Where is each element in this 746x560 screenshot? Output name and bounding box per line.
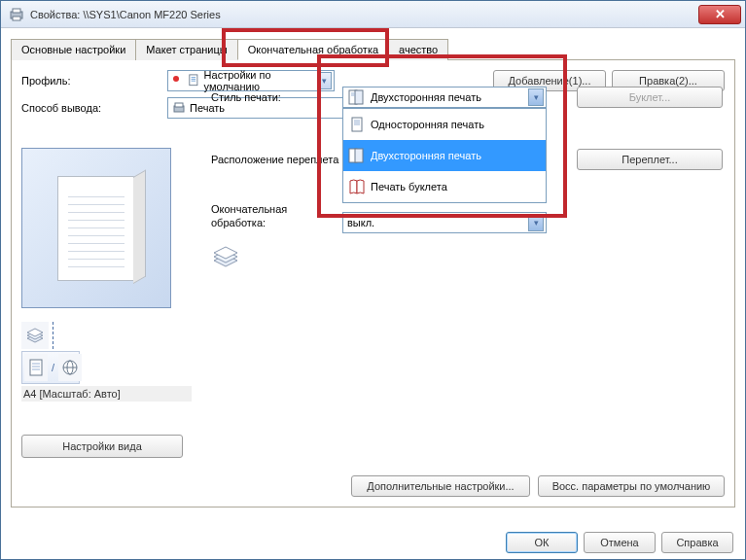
duplex-icon (347, 88, 367, 107)
tab-basic[interactable]: Основные настройки (11, 39, 136, 60)
finishing-value: выкл. (347, 217, 374, 228)
cancel-button[interactable]: Отмена (584, 532, 656, 553)
print-style-label: Стиль печати: (211, 91, 342, 103)
slash-separator: / (52, 362, 54, 373)
tab-finishing[interactable]: Окончательная обработка (237, 39, 389, 60)
chevron-down-icon[interactable] (528, 88, 544, 106)
preview-page-icon (57, 176, 135, 281)
dialog-buttons: ОК Отмена Справка (506, 532, 733, 553)
print-style-dropdown: Односторонняя печать Двухсторонняя печат… (342, 108, 547, 203)
chevron-down-icon[interactable] (528, 214, 544, 231)
option-booklet[interactable]: Печать буклета (343, 171, 546, 202)
help-button[interactable]: Справка (661, 532, 733, 553)
option-single-sided-label: Односторонняя печать (371, 119, 484, 130)
svg-rect-10 (30, 360, 42, 375)
advanced-settings-button[interactable]: Дополнительные настройки... (351, 475, 530, 497)
ok-button[interactable]: ОК (506, 532, 578, 553)
output-label: Способ вывода: (21, 102, 167, 114)
printer-icon (9, 7, 24, 22)
binding-button[interactable]: Переплет... (577, 149, 723, 170)
properties-dialog: Свойства: \\SYS1\Canon MF220 Series ✕ Ос… (0, 0, 746, 560)
profile-label: Профиль: (21, 75, 167, 87)
booklet-icon (347, 177, 367, 196)
svg-point-3 (173, 76, 179, 82)
option-booklet-label: Печать буклета (371, 181, 447, 192)
printer-small-icon (172, 101, 186, 115)
page-preview (21, 148, 171, 308)
print-style-combo[interactable]: Двухсторонняя печать (342, 87, 547, 108)
window-title: Свойства: \\SYS1\Canon MF220 Series (30, 9, 698, 20)
finishing-combo[interactable]: выкл. (342, 212, 547, 233)
duplex-icon (347, 146, 367, 165)
svg-rect-18 (355, 90, 363, 104)
booklet-button[interactable]: Буклет... (577, 87, 723, 108)
svg-rect-4 (190, 75, 197, 86)
option-duplex[interactable]: Двухсторонняя печать (343, 140, 546, 171)
close-button[interactable]: ✕ (698, 5, 741, 24)
document-icon (188, 74, 200, 88)
collate-stack-icon (211, 241, 244, 270)
svg-rect-1 (13, 9, 20, 13)
titlebar: Свойства: \\SYS1\Canon MF220 Series ✕ (1, 1, 745, 28)
print-style-value: Двухсторонняя печать (371, 91, 481, 103)
globe-thumb-icon[interactable] (58, 354, 82, 381)
single-page-icon (347, 115, 367, 134)
svg-rect-2 (13, 17, 20, 20)
tab-page-layout[interactable]: Макет страницы (135, 39, 237, 60)
restore-defaults-button[interactable]: Восс. параметры по умолчанию (538, 475, 725, 497)
tab-quality[interactable]: ачество (388, 39, 448, 60)
stack-pages-icon (21, 322, 49, 349)
single-page-thumb-icon[interactable] (24, 354, 48, 381)
tab-panel-finishing: Профиль: Настройки по умолчанию Добавлен… (11, 60, 735, 508)
svg-rect-9 (175, 103, 183, 107)
svg-rect-26 (355, 149, 363, 162)
finishing-label: Окончательная обработка: (211, 202, 342, 229)
modified-marker-icon (172, 75, 184, 87)
option-single-sided[interactable]: Односторонняя печать (343, 109, 546, 140)
option-duplex-label: Двухсторонняя печать (371, 150, 481, 161)
page-info-label: A4 [Масштаб: Авто] (21, 386, 192, 402)
view-settings-button[interactable]: Настройки вида (21, 435, 183, 458)
binding-label: Расположение переплета (211, 154, 342, 165)
tab-bar: Основные настройки Макет страницы Оконча… (11, 38, 735, 60)
